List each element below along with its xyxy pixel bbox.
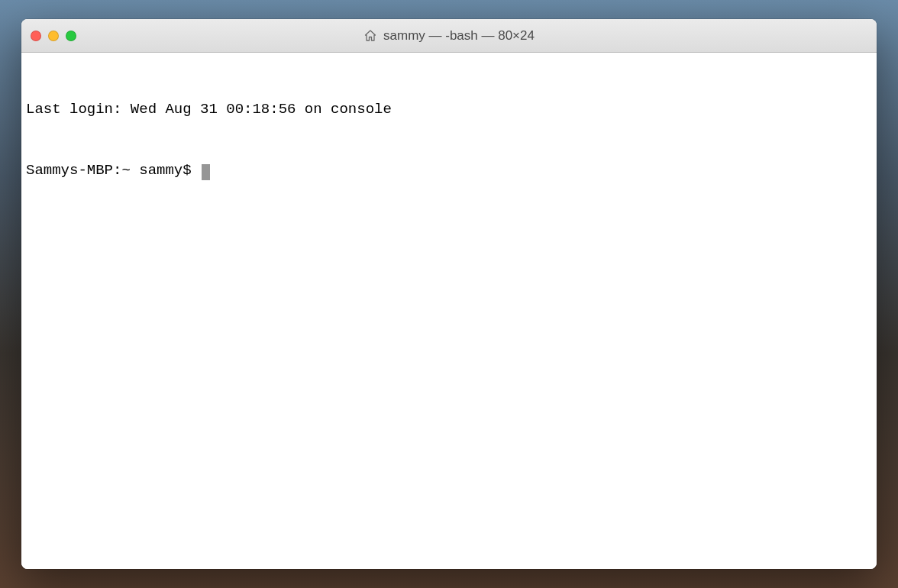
last-login-line: Last login: Wed Aug 31 00:18:56 on conso… bbox=[26, 99, 872, 120]
close-button[interactable] bbox=[31, 31, 41, 41]
prompt-line: Sammys-MBP:~ sammy$ bbox=[26, 160, 872, 181]
window-titlebar[interactable]: sammy — -bash — 80×24 bbox=[21, 19, 877, 53]
minimize-button[interactable] bbox=[48, 31, 59, 41]
terminal-window: sammy — -bash — 80×24 Last login: Wed Au… bbox=[21, 19, 877, 569]
prompt-text: Sammys-MBP:~ sammy$ bbox=[26, 162, 200, 179]
cursor bbox=[202, 164, 210, 180]
home-icon bbox=[363, 29, 377, 43]
window-title: sammy — -bash — 80×24 bbox=[383, 28, 535, 44]
maximize-button[interactable] bbox=[66, 31, 76, 41]
terminal-body[interactable]: Last login: Wed Aug 31 00:18:56 on conso… bbox=[21, 53, 877, 569]
window-title-wrap: sammy — -bash — 80×24 bbox=[21, 19, 877, 52]
traffic-lights bbox=[31, 31, 76, 41]
